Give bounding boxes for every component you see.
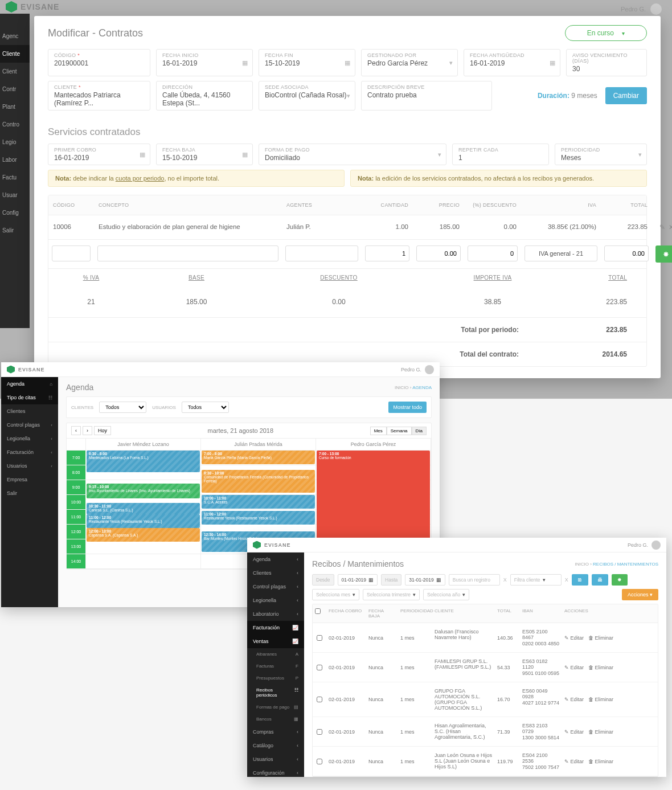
sidebar-item[interactable]: Legionella‹ <box>1 432 58 445</box>
select-mes[interactable]: Selecciona mes ▾ <box>312 589 359 600</box>
col-header[interactable]: CLIENTE <box>432 604 495 623</box>
sidebar-item[interactable]: Agenc <box>0 27 30 45</box>
field-fecha-inicio[interactable]: FECHA INICIO 16-01-2019 ▦ <box>156 49 253 76</box>
clear-cliente[interactable]: X <box>565 577 568 583</box>
input-total[interactable] <box>604 245 649 261</box>
cal-today-button[interactable]: Hoy <box>94 426 111 435</box>
select-trimestre[interactable]: Selecciona trimestre ▾ <box>363 589 420 600</box>
field-gestionado-por[interactable]: GESTIONADO POR Pedro García Pérez ▾ <box>361 49 458 76</box>
sidebar-item[interactable]: Salir <box>1 486 58 500</box>
field-antiguedad[interactable]: FECHA ANTIGÜEDAD 16-01-2019 ▦ <box>464 49 560 76</box>
sidebar-item[interactable]: Plant <box>0 98 30 116</box>
edit-icon[interactable]: ✎ <box>659 223 665 231</box>
sidebar-item[interactable]: Agenda‹ <box>247 552 304 566</box>
mostrar-todo-button[interactable]: Mostrar todo <box>388 402 427 413</box>
sidebar-item[interactable]: Labor <box>0 151 30 169</box>
sidebar-item[interactable]: Catálogo‹ <box>247 739 304 752</box>
input-descuento[interactable] <box>468 245 518 261</box>
sidebar-item[interactable]: Cliente <box>0 45 30 63</box>
sidebar-item[interactable]: Contr <box>0 80 30 98</box>
input-cantidad[interactable] <box>365 245 409 261</box>
filter-hasta[interactable]: 31-01-2019 ▦ <box>405 574 445 586</box>
sidebar-item[interactable]: Salir <box>0 222 30 239</box>
filter-cliente[interactable]: Filtra cliente ▾ <box>510 574 562 586</box>
delete-icon[interactable]: ✕ <box>669 223 672 231</box>
field-fecha-baja[interactable]: FECHA BAJA 15-10-2019 ▦ <box>156 144 253 165</box>
sidebar-sub-item[interactable]: PresupuestosP <box>247 672 304 684</box>
sidebar-sub-item[interactable]: Bancos▦ <box>247 713 304 725</box>
field-fecha-fin[interactable]: FECHA FIN 15-10-2019 ▦ <box>259 49 355 76</box>
calendar-event[interactable]: 10:30 - 11:00Canirsa S.L. (Canirsa S.L.) <box>87 503 200 514</box>
delete-link[interactable]: 🗑 Eliminar <box>588 635 613 641</box>
sidebar-item[interactable]: Ventas📈 <box>247 635 304 648</box>
edit-link[interactable]: ✎ Editar <box>564 729 584 735</box>
delete-link[interactable]: 🗑 Eliminar <box>588 759 613 764</box>
sidebar-item[interactable]: Legio <box>0 133 30 151</box>
sidebar-item[interactable]: Usuarios‹ <box>1 459 58 473</box>
sidebar-sub-item[interactable]: AlbaranesA <box>247 648 304 660</box>
field-periodicidad[interactable]: PERIODICIDAD Meses ▾ <box>555 144 647 165</box>
status-dropdown[interactable]: En curso ▾ <box>565 25 647 41</box>
sidebar-item[interactable]: Contro <box>0 116 30 133</box>
edit-link[interactable]: ✎ Editar <box>564 759 584 764</box>
view-mes[interactable]: Mes <box>370 427 387 435</box>
sidebar-item[interactable]: Usuarios‹ <box>247 752 304 766</box>
sidebar-item[interactable]: Compras‹ <box>247 725 304 739</box>
filter-clientes[interactable]: Todos <box>99 402 146 413</box>
delete-link[interactable]: 🗑 Eliminar <box>588 729 613 735</box>
row-checkbox[interactable] <box>317 759 322 764</box>
calendar-event[interactable]: 12:00 - 13:00Capansa S.A. (Capansa S.A.) <box>87 528 200 542</box>
sidebar-sub-item[interactable]: FacturasF <box>247 660 304 672</box>
row-checkbox[interactable] <box>317 635 322 641</box>
calendar-event[interactable]: 7:00 - 8:00María García Pieña (María Gar… <box>202 451 315 464</box>
view-dia[interactable]: Día <box>412 427 427 435</box>
row-checkbox[interactable] <box>317 697 322 702</box>
field-cliente[interactable]: CLIENTE * Mantecados Patriarca (Ramírez … <box>48 81 150 110</box>
sidebar-item[interactable]: Control plagas‹ <box>247 580 304 593</box>
sidebar-item[interactable]: Config <box>0 204 30 222</box>
user-menu[interactable]: Pedro G. <box>621 3 662 15</box>
clear-search[interactable]: X <box>503 577 507 583</box>
field-direccion[interactable]: DIRECCIÓN Calle Úbeda, 4, 41560 Estepa (… <box>156 81 253 110</box>
row-checkbox[interactable] <box>317 665 322 670</box>
sidebar-item[interactable]: Factu <box>0 169 30 186</box>
select-ano[interactable]: Selecciona año ▾ <box>423 589 469 600</box>
field-forma-pago[interactable]: FORMA DE PAGO Domiciliado ▾ <box>259 144 446 165</box>
field-descripcion[interactable]: DESCRIPCIÓN BREVE Contrato prueba <box>361 81 492 110</box>
field-sede[interactable]: SEDE ASOCIADA BioControl (Cañada Rosal) … <box>259 81 355 110</box>
filter-desde[interactable]: 01-01-2019 ▦ <box>338 574 378 586</box>
sidebar-item[interactable]: Facturación📈 <box>247 621 304 635</box>
edit-link[interactable]: ✎ Editar <box>564 665 584 670</box>
field-codigo[interactable]: CÓDIGO * 201900001 <box>48 49 150 76</box>
sidebar-item[interactable]: Legionella‹ <box>247 593 304 607</box>
add-button[interactable]: ✸ <box>612 574 628 586</box>
calendar-event[interactable]: 11:00 - 12:00Restaurante Yesok (Restaura… <box>202 511 315 525</box>
col-header[interactable]: FECHA COBRO <box>326 604 366 623</box>
sidebar-sub-item[interactable]: Recibos periódicos☷ <box>247 684 304 701</box>
col-header[interactable]: FECHA BAJA <box>366 604 398 623</box>
edit-link[interactable]: ✎ Editar <box>564 697 584 702</box>
input-agentes[interactable] <box>285 245 358 261</box>
cal-next-button[interactable]: › <box>83 426 92 435</box>
acciones-button[interactable]: Acciones ▾ <box>622 589 658 600</box>
sidebar-item[interactable]: Facturación‹ <box>1 445 58 459</box>
sidebar-item[interactable]: Empresa <box>1 473 58 486</box>
export-button[interactable]: 🗎 <box>572 574 588 586</box>
view-semana[interactable]: Semana <box>387 427 412 435</box>
input-concepto[interactable] <box>97 245 278 261</box>
sidebar-item[interactable]: Clientes <box>1 404 58 418</box>
select-iva[interactable]: IVA general - 21 <box>525 245 597 261</box>
calendar-event[interactable]: 7:00 - 13:00Curso de formación <box>317 451 430 539</box>
calendar-event[interactable]: 11:00 - 12:00Restaurante Yesok (Restaura… <box>87 514 200 528</box>
search-input[interactable]: Busca un registro <box>449 574 500 586</box>
field-repetir[interactable]: REPETIR CADA 1 <box>452 144 549 165</box>
col-header[interactable]: IBAN <box>520 604 562 623</box>
input-codigo[interactable] <box>52 245 91 261</box>
calendar-event[interactable]: 10:00 - 11:00S.C.A. Aceites <box>202 495 315 509</box>
row-checkbox[interactable] <box>317 729 322 735</box>
sidebar-item[interactable]: Laboratorio‹ <box>247 607 304 621</box>
field-primer-cobro[interactable]: PRIMER COBRO 16-01-2019 ▦ <box>48 144 150 165</box>
delete-link[interactable]: 🗑 Eliminar <box>588 665 613 670</box>
sidebar-item[interactable]: Usuar <box>0 186 30 204</box>
edit-link[interactable]: ✎ Editar <box>564 635 584 641</box>
